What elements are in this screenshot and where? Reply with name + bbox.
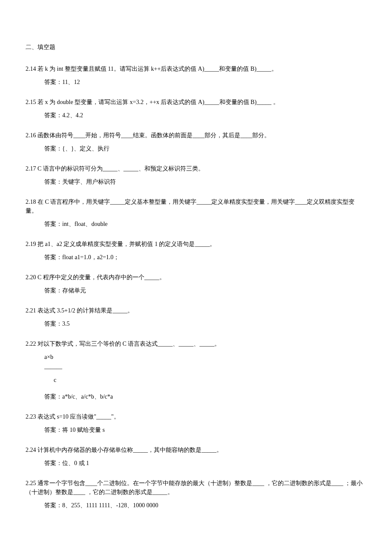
question-2-21: 2.21 表达式 3.5+1/2 的计算结果是_____。	[26, 306, 366, 315]
question-2-17: 2.17 C 语言中的标识符可分为_____、_____、和预定义标识符三类。	[26, 164, 366, 173]
answer-2-21: 答案：3.5	[26, 319, 366, 328]
question-2-15: 2.15 若 x 为 double 型变量，请写出运算 x=3.2，++x 后表…	[26, 98, 366, 107]
answer-2-16: 答案：{、}、定义、执行	[26, 144, 366, 153]
question-2-20: 2.20 C 程序中定义的变量，代表内存中的一个_____。	[26, 273, 366, 282]
answer-2-25: 答案：8、255、1111 1111、-128、1000 0000	[26, 501, 366, 510]
question-2-25: 2.25 通常一个字节包含____个二进制位。在一个字节中能存放的最大（十进制）…	[26, 479, 366, 497]
answer-2-24: 答案：位、0 或 1	[26, 459, 366, 468]
question-2-19: 2.19 把 a1、a2 定义成单精度实型变量，并赋初值 1 的定义语句是___…	[26, 240, 366, 249]
question-2-16: 2.16 函数体由符号____开始，用符号____结束。函数体的前面是____部…	[26, 131, 366, 140]
question-2-23: 2.23 表达式 s=10 应当读做"_____"。	[26, 412, 366, 421]
question-2-24: 2.24 计算机中内存储器的最小存储单位称_____，其中能容纳的数是_____…	[26, 445, 366, 454]
answer-2-17: 答案：关键字、用户标识符	[26, 177, 366, 186]
answer-2-18: 答案：int、float、double	[26, 220, 366, 228]
question-2-18: 2.18 在 C 语言程序中，用关键字_____定义基本整型量，用关键字____…	[26, 197, 366, 215]
question-2-22: 2.22 对以下数学式，写出三个等价的 C 语言表达式_____、_____、_…	[26, 339, 366, 348]
answer-2-20: 答案：存储单元	[26, 286, 366, 295]
fraction-line: ———	[26, 364, 366, 373]
answer-2-23: 答案：将 10 赋给变量 s	[26, 425, 366, 434]
answer-2-14: 答案：11、12	[26, 78, 366, 87]
question-2-14: 2.14 若 k 为 int 整型变量且赋值 11。请写出运算 k++后表达式的…	[26, 64, 366, 73]
fraction-numerator: a×b	[26, 353, 366, 361]
section-title: 二、填空题	[26, 43, 366, 52]
answer-2-19: 答案：float a1=1.0，a2=1.0；	[26, 253, 366, 262]
fraction-denominator: c	[26, 376, 366, 384]
answer-2-22: 答案：a*b/c、a/c*b、b/c*a	[26, 392, 366, 401]
answer-2-15: 答案：4.2、4.2	[26, 111, 366, 120]
